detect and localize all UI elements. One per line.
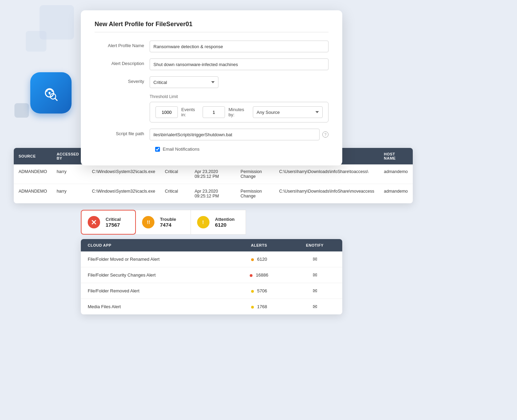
description-label: Alert Description — [95, 58, 150, 66]
critical-icon — [88, 216, 100, 228]
cloud-alert-count: 16886 — [231, 267, 287, 283]
cloud-app-name: File/Folder Security Changes Alert — [81, 267, 231, 283]
cell-severity: Critical — [160, 184, 190, 204]
cloud-app-name: File/Folder Moved or Renamed Alert — [81, 251, 231, 267]
trouble-count: 7474 — [160, 222, 176, 228]
cell-process: C:\Windows\System32\icacls.exe — [87, 184, 160, 204]
modal-title: New Alert Profile for FileServer01 — [95, 21, 328, 32]
table-row[interactable]: ADMANDEMO harry C:\Windows\System32\icac… — [14, 184, 413, 204]
svg-text:!!: !! — [147, 219, 150, 225]
app-icon — [30, 72, 72, 114]
cloud-enotify[interactable]: ✉ — [287, 251, 342, 267]
email-checkbox-row: Email Notifications — [155, 147, 328, 152]
col-host-name: HOST NAME — [379, 148, 413, 164]
severity-row: Severity Critical High Medium Low — [95, 76, 328, 88]
email-icon: ✉ — [313, 304, 317, 310]
cell-severity: Critical — [160, 164, 190, 184]
threshold-minutes-label: Minutes by: — [228, 107, 249, 117]
modal-card: New Alert Profile for FileServer01 Alert… — [81, 10, 342, 165]
trouble-badge-text: Trouble 7474 — [160, 217, 176, 228]
cloud-app-name: File/Folder Removed Alert — [81, 283, 231, 299]
svg-rect-2 — [49, 93, 50, 95]
threshold-box: Events in: Minutes by: Any Source Source… — [150, 102, 328, 122]
attention-badge-text: Attention 6120 — [215, 217, 235, 228]
dot-orange-icon — [251, 258, 254, 261]
cloud-alert-count: 6120 — [231, 251, 287, 267]
script-path-row: Script file path ? — [95, 129, 328, 140]
list-item[interactable]: Media Files Alert 1768 ✉ — [81, 299, 342, 315]
email-checkbox-label: Email Notifications — [163, 147, 200, 152]
email-checkbox[interactable] — [155, 147, 160, 152]
cell-accessed-by: harry — [52, 184, 87, 204]
attention-badge[interactable]: ! Attention 6120 — [191, 210, 246, 235]
severity-label: Severity — [95, 76, 150, 84]
cell-alert-msg: Permission Change — [236, 164, 274, 184]
profile-name-row: Alert Profile Name — [95, 41, 328, 52]
threshold-events-label: Events in: — [181, 107, 199, 117]
threshold-minutes-input[interactable] — [203, 106, 225, 118]
dot-yellow-icon — [251, 290, 254, 293]
threshold-row: Threshold Limit Events in: Minutes by: A… — [95, 94, 328, 122]
script-path-wrapper: ? — [150, 129, 328, 140]
cell-location: C:\Users\harry\Downloads\InfoShare\movea… — [274, 184, 379, 204]
email-icon: ✉ — [313, 256, 317, 262]
critical-count: 17567 — [106, 222, 121, 228]
cloud-table-card: CLOUD APP ALERTS ENOTIFY File/Folder Mov… — [81, 239, 342, 314]
threshold-limit-label: Threshold Limit — [150, 94, 328, 99]
email-icon: ✉ — [313, 272, 317, 278]
source-select[interactable]: Any Source Source A Source B — [253, 106, 323, 118]
svg-line-4 — [55, 98, 57, 100]
svg-text:!: ! — [202, 219, 204, 225]
dot-yellow-icon — [251, 306, 254, 309]
col-source: SOURCE — [14, 148, 52, 164]
trouble-badge[interactable]: !! Trouble 7474 — [136, 210, 191, 235]
attention-label: Attention — [215, 217, 235, 222]
cell-time: Apr 23,2020 09:25:12 PM — [190, 164, 236, 184]
cell-source: ADMANDEMO — [14, 184, 52, 204]
cloud-app-name: Media Files Alert — [81, 299, 231, 315]
profile-name-input[interactable] — [150, 41, 328, 52]
cloud-alert-count: 5706 — [231, 283, 287, 299]
script-path-input[interactable] — [150, 129, 320, 140]
summary-row: Critical 17567 !! Trouble 7474 ! Attenti… — [81, 210, 246, 235]
col-alerts: ALERTS — [231, 239, 287, 251]
cell-location: C:\Users\harry\Downloads\infoShare\toacc… — [274, 164, 379, 184]
cell-time: Apr 23,2020 09:25:12 PM — [190, 184, 236, 204]
dot-red-icon — [250, 274, 252, 277]
help-icon[interactable]: ? — [322, 131, 328, 138]
cell-source: ADMANDEMO — [14, 164, 52, 184]
attention-count: 6120 — [215, 222, 235, 228]
list-item[interactable]: File/Folder Removed Alert 5706 ✉ — [81, 283, 342, 299]
description-input[interactable] — [150, 58, 328, 70]
threshold-events-input[interactable] — [155, 106, 178, 118]
attention-icon: ! — [197, 216, 209, 228]
table-row[interactable]: ADMANDEMO harry C:\Windows\System32\icac… — [14, 164, 413, 184]
cloud-enotify[interactable]: ✉ — [287, 267, 342, 283]
trouble-label: Trouble — [160, 217, 176, 222]
list-item[interactable]: File/Folder Moved or Renamed Alert 6120 … — [81, 251, 342, 267]
critical-badge[interactable]: Critical 17567 — [81, 210, 136, 235]
cell-host: admandemo — [379, 184, 413, 204]
script-path-label: Script file path — [95, 129, 150, 136]
critical-label: Critical — [106, 217, 121, 222]
cloud-alert-count: 1768 — [231, 299, 287, 315]
cloud-enotify[interactable]: ✉ — [287, 283, 342, 299]
cell-process: C:\Windows\System32\icacls.exe — [87, 164, 160, 184]
list-item[interactable]: File/Folder Security Changes Alert 16886… — [81, 267, 342, 283]
profile-name-label: Alert Profile Name — [95, 41, 150, 48]
cell-accessed-by: harry — [52, 164, 87, 184]
email-icon: ✉ — [313, 288, 317, 294]
cloud-enotify[interactable]: ✉ — [287, 299, 342, 315]
threshold-label — [95, 94, 150, 97]
col-cloud-app: CLOUD APP — [81, 239, 231, 251]
cell-alert-msg: Permission Change — [236, 184, 274, 204]
col-enotify: ENOTIFY — [287, 239, 342, 251]
trouble-icon: !! — [142, 216, 154, 228]
critical-badge-text: Critical 17567 — [106, 217, 121, 228]
severity-select[interactable]: Critical High Medium Low — [150, 76, 218, 88]
cell-host: admandemo — [379, 164, 413, 184]
cloud-table: CLOUD APP ALERTS ENOTIFY File/Folder Mov… — [81, 239, 342, 314]
description-row: Alert Description — [95, 58, 328, 70]
